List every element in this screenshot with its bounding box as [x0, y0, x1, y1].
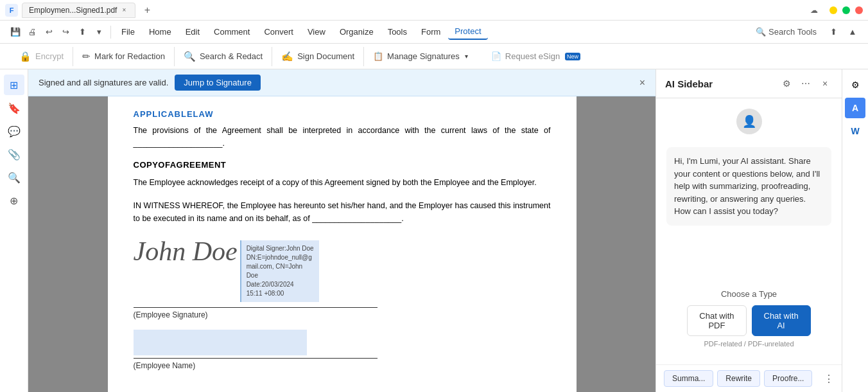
choose-type-label: Choose a Type	[666, 289, 831, 299]
action-buttons-bar: Summa... Rewrite Proofre... ⋮	[656, 364, 842, 392]
proofread-button[interactable]: Proofre...	[764, 370, 812, 387]
encrypt-button[interactable]: 🔒 Encrypt	[10, 47, 73, 66]
pdf-page: APPLICABLELAW The provisions of the Agre…	[108, 96, 577, 392]
menu-tools[interactable]: Tools	[381, 24, 413, 39]
menu-comment[interactable]: Comment	[207, 24, 256, 39]
close-button[interactable]	[855, 6, 863, 14]
menu-convert[interactable]: Convert	[257, 24, 300, 39]
right-panel-icons: ⚙ A W	[842, 69, 868, 392]
redo-icon[interactable]: ↪	[58, 24, 73, 40]
ai-more-icon[interactable]: ⋯	[798, 76, 813, 91]
new-badge: New	[565, 53, 580, 60]
app-icon: F	[5, 4, 18, 17]
titlebar-left: F Employmen...Signed1.pdf × +	[5, 3, 155, 18]
sidebar-item-search[interactable]: 🔍	[4, 167, 24, 188]
sign-document-label: Sign Document	[297, 51, 354, 61]
right-panel-word-icon[interactable]: W	[845, 121, 865, 141]
tab-close-icon[interactable]: ×	[119, 6, 128, 15]
encrypt-label: Encrypt	[35, 51, 64, 61]
sidebar-item-comments[interactable]: 💬	[4, 121, 24, 141]
chat-type-buttons: Chat withPDF Chat withAI	[666, 305, 831, 336]
ai-sidebar-header: AI Sidebar ⚙ ⋯ ×	[656, 69, 842, 98]
ai-greeting-message: Hi, I'm Lumi, your AI assistant. Share y…	[666, 147, 831, 226]
sig-name: John Doe	[134, 238, 238, 265]
share-icon[interactable]: ⬆	[74, 24, 90, 40]
search-tools-button[interactable]: 🔍 Search Tools	[751, 24, 822, 39]
tab-label: Employmen...Signed1.pdf	[29, 6, 117, 15]
menu-form[interactable]: Form	[415, 24, 447, 39]
sidebar-item-thumbnails[interactable]: ⊞	[4, 75, 24, 95]
menu-protect[interactable]: Protect	[448, 24, 487, 40]
titlebar: F Employmen...Signed1.pdf × + ☁	[0, 0, 868, 21]
search-redact-button[interactable]: 🔍 Search & Redact	[175, 47, 272, 66]
pdf-content: APPLICABLELAW The provisions of the Agre…	[108, 96, 577, 383]
encrypt-icon: 🔒	[19, 51, 31, 62]
mark-redaction-label: Mark for Redaction	[94, 51, 165, 61]
applicable-law-title: APPLICABLELAW	[134, 109, 551, 119]
sig-label: (Employee Signature)	[134, 310, 551, 319]
search-tools-icon: 🔍	[756, 27, 766, 37]
ai-filter-icon[interactable]: ⚙	[779, 76, 794, 91]
ai-sidebar-title: AI Sidebar	[665, 78, 774, 89]
save-icon[interactable]: 💾	[8, 24, 23, 40]
emp-name-box	[134, 330, 307, 355]
print-icon[interactable]: 🖨	[24, 24, 40, 40]
choose-type-section: Choose a Type Chat withPDF Chat withAI P…	[666, 289, 831, 354]
undo-icon[interactable]: ↩	[41, 24, 56, 40]
mark-redaction-icon: ✏	[82, 51, 91, 62]
left-sidebar: ⊞ 🔖 💬 📎 🔍 ⊕	[0, 69, 28, 392]
summarize-button[interactable]: Summa...	[664, 370, 713, 387]
request-esign-icon: 📄	[491, 51, 501, 61]
protect-toolbar: 🔒 Encrypt ✏ Mark for Redaction 🔍 Search …	[0, 44, 868, 69]
chat-ai-button[interactable]: Chat withAI	[752, 305, 811, 336]
pdf-area: Signed and all signatures are valid. Jum…	[28, 69, 655, 392]
sidebar-item-attachments[interactable]: 📎	[4, 144, 24, 165]
sidebar-item-bookmarks[interactable]: 🔖	[4, 98, 24, 118]
rewrite-button[interactable]: Rewrite	[717, 370, 760, 387]
request-esign-button[interactable]: 📄 Request eSign New	[482, 48, 589, 65]
menu-items: 💾 🖨 ↩ ↪ ⬆ ▾ File Home Edit Comment Conve…	[8, 24, 488, 40]
pdf-related-note: PDF-related / PDF-unrelated	[666, 340, 831, 348]
maximize-button[interactable]	[842, 6, 850, 14]
right-panel-ai-icon[interactable]: A	[845, 98, 865, 118]
right-panel-filter-icon[interactable]: ⚙	[845, 75, 865, 95]
new-tab-button[interactable]: +	[139, 3, 155, 18]
sign-document-icon: ✍	[281, 51, 293, 62]
tab-active[interactable]: Employmen...Signed1.pdf ×	[22, 3, 135, 18]
applicable-law-text: The provisions of the Agreement shall be…	[134, 124, 551, 150]
jump-to-signature-button[interactable]: Jump to Signature	[175, 75, 261, 91]
sig-bar-close-icon[interactable]: ×	[639, 77, 645, 89]
chat-pdf-button[interactable]: Chat withPDF	[687, 305, 746, 336]
copy-agreement-title: COPYOFAGREEMENT	[134, 160, 551, 170]
upload-cloud-icon[interactable]: ⬆	[826, 24, 841, 40]
menubar: 💾 🖨 ↩ ↪ ⬆ ▾ File Home Edit Comment Conve…	[0, 21, 868, 44]
witness-text: IN WITNESS WHEREOF, the Employee has her…	[134, 199, 551, 225]
menu-edit[interactable]: Edit	[179, 24, 206, 39]
menu-view[interactable]: View	[301, 24, 332, 39]
ai-body: 👤 Hi, I'm Lumi, your AI assistant. Share…	[656, 98, 842, 364]
sig-line	[134, 307, 378, 308]
minimize-button[interactable]	[829, 6, 837, 14]
signature-bar: Signed and all signatures are valid. Jum…	[28, 69, 655, 96]
signature-block: John Doe Digital Signer:John Doe DN:E=jo…	[134, 238, 551, 370]
sign-document-button[interactable]: ✍ Sign Document	[272, 47, 364, 66]
search-redact-icon: 🔍	[184, 51, 196, 62]
sig-metadata: Digital Signer:John Doe DN:E=johndoe_nul…	[240, 240, 319, 302]
action-more-icon[interactable]: ⋮	[824, 373, 834, 385]
sig-bar-text: Signed and all signatures are valid.	[39, 78, 168, 87]
manage-signatures-button[interactable]: 📋 Manage Signatures ▾	[364, 48, 477, 65]
menu-organize[interactable]: Organize	[333, 24, 380, 39]
sig-image-row: John Doe Digital Signer:John Doe DN:E=jo…	[134, 238, 551, 302]
dropdown-icon[interactable]: ▾	[91, 24, 107, 40]
menu-tools-right: 🔍 Search Tools ⬆ ▲	[751, 24, 860, 40]
sidebar-item-layers[interactable]: ⊕	[4, 190, 24, 211]
request-esign-label: Request eSign	[505, 51, 560, 61]
ai-sidebar: AI Sidebar ⚙ ⋯ × 👤 Hi, I'm Lumi, your AI…	[655, 69, 842, 392]
menu-file[interactable]: File	[115, 24, 141, 39]
upload-button[interactable]: ☁	[809, 5, 819, 15]
collapse-icon[interactable]: ▲	[845, 24, 860, 40]
ai-close-icon[interactable]: ×	[817, 76, 833, 91]
mark-redaction-button[interactable]: ✏ Mark for Redaction	[73, 47, 175, 66]
manage-signatures-chevron: ▾	[465, 53, 468, 60]
menu-home[interactable]: Home	[143, 24, 178, 39]
